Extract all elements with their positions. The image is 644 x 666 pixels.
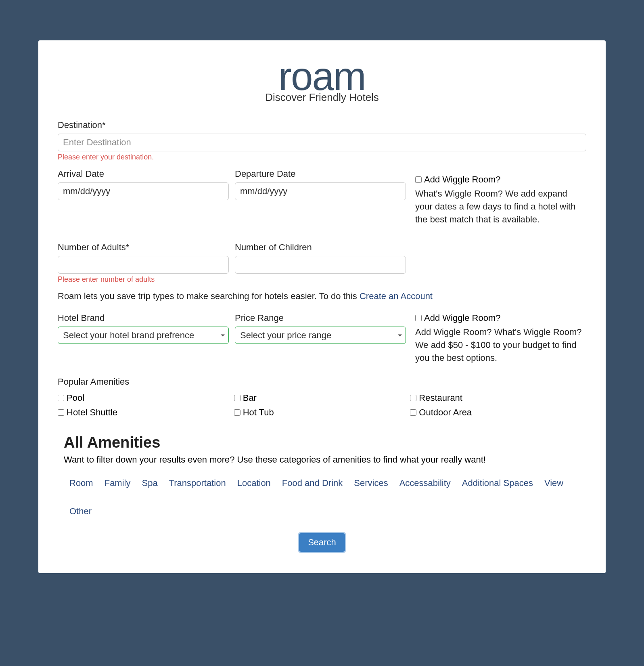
all-amenities-block: All Amenities Want to filter down your r… (58, 434, 586, 520)
amenity-restaurant-label: Restaurant (419, 393, 462, 403)
amenity-shuttle-checkbox[interactable] (58, 409, 64, 416)
brand-logo: roam (58, 61, 586, 92)
brand-label: Hotel Brand (58, 313, 229, 323)
brand-col: Hotel Brand Select your hotel brand pref… (58, 313, 229, 364)
dates-wiggle-label: Add Wiggle Room? (424, 174, 501, 185)
amenity-bar-checkbox[interactable] (234, 395, 240, 401)
tab-additional-spaces[interactable]: Additional Spaces (462, 475, 533, 492)
amenity-shuttle-label: Hotel Shuttle (67, 407, 117, 418)
destination-group: Destination* Please enter your destinati… (58, 120, 586, 161)
amenity-hottub-checkbox[interactable] (234, 409, 240, 416)
search-button[interactable]: Search (298, 532, 346, 553)
price-wiggle-checkbox[interactable] (415, 315, 422, 321)
dates-row: Arrival Date Departure Date Add Wiggle R… (58, 169, 586, 226)
adults-input[interactable] (58, 256, 229, 274)
amenity-outdoor-checkbox[interactable] (410, 409, 416, 416)
price-wiggle-col: Add Wiggle Room? Add Wiggle Room? What's… (412, 313, 586, 364)
dates-wiggle-checkbox[interactable] (415, 176, 422, 183)
arrival-label: Arrival Date (58, 169, 229, 179)
arrival-col: Arrival Date (58, 169, 229, 226)
dates-wiggle-desc: What's Wiggle Room? We add expand your d… (415, 187, 586, 226)
account-info: Roam lets you save trip types to make se… (58, 291, 586, 302)
adults-label: Number of Adults* (58, 242, 229, 253)
create-account-link[interactable]: Create an Account (360, 291, 433, 301)
departure-label: Departure Date (235, 169, 406, 179)
tab-location[interactable]: Location (237, 475, 271, 492)
tab-services[interactable]: Services (354, 475, 388, 492)
arrival-date-input[interactable] (58, 182, 229, 200)
children-input[interactable] (235, 256, 406, 274)
destination-input[interactable] (58, 134, 586, 151)
amenity-tabs: Room Family Spa Transportation Location … (64, 475, 586, 520)
tab-family[interactable]: Family (105, 475, 131, 492)
amenities-row-1: Pool Bar Restaurant (58, 393, 586, 403)
price-col: Price Range Select your price range (235, 313, 406, 364)
brand-select[interactable]: Select your hotel brand prefrence (58, 327, 229, 344)
logo-block: roam Discover Friendly Hotels (58, 61, 586, 104)
popular-amenities-heading: Popular Amenities (58, 377, 586, 387)
departure-col: Departure Date (235, 169, 406, 226)
amenity-pool-checkbox[interactable] (58, 395, 64, 401)
all-amenities-heading: All Amenities (64, 434, 586, 451)
departure-date-input[interactable] (235, 182, 406, 200)
adults-error: Please enter number of adults (58, 275, 229, 284)
amenity-bar-label: Bar (243, 393, 257, 403)
tab-other[interactable]: Other (69, 503, 92, 520)
amenities-row-2: Hotel Shuttle Hot Tub Outdoor Area (58, 407, 586, 418)
destination-error: Please enter your destination. (58, 153, 586, 161)
guests-spacer (412, 242, 586, 284)
price-wiggle-desc: Add Wiggle Room? What's Wiggle Room? We … (415, 326, 586, 364)
tab-spa[interactable]: Spa (142, 475, 157, 492)
tab-transportation[interactable]: Transportation (169, 475, 226, 492)
account-info-text: Roam lets you save trip types to make se… (58, 291, 360, 301)
children-label: Number of Children (235, 242, 406, 253)
search-card: roam Discover Friendly Hotels Destinatio… (38, 40, 606, 573)
price-label: Price Range (235, 313, 406, 323)
search-button-wrap: Search (58, 532, 586, 553)
adults-col: Number of Adults* Please enter number of… (58, 242, 229, 284)
price-wiggle-label: Add Wiggle Room? (424, 313, 501, 323)
tagline: Discover Friendly Hotels (58, 91, 586, 104)
tab-room[interactable]: Room (69, 475, 93, 492)
dates-wiggle-col: Add Wiggle Room? What's Wiggle Room? We … (412, 169, 586, 226)
brand-price-row: Hotel Brand Select your hotel brand pref… (58, 313, 586, 364)
tab-food-drink[interactable]: Food and Drink (282, 475, 343, 492)
amenity-pool-label: Pool (67, 393, 84, 403)
tab-view[interactable]: View (544, 475, 563, 492)
tab-accessability[interactable]: Accessability (399, 475, 451, 492)
amenity-outdoor-label: Outdoor Area (419, 407, 472, 418)
guests-row: Number of Adults* Please enter number of… (58, 242, 586, 284)
price-select[interactable]: Select your price range (235, 327, 406, 344)
amenity-restaurant-checkbox[interactable] (410, 395, 416, 401)
children-col: Number of Children (235, 242, 406, 284)
amenity-hottub-label: Hot Tub (243, 407, 274, 418)
destination-label: Destination* (58, 120, 586, 130)
all-amenities-desc: Want to filter down your results even mo… (64, 454, 586, 465)
